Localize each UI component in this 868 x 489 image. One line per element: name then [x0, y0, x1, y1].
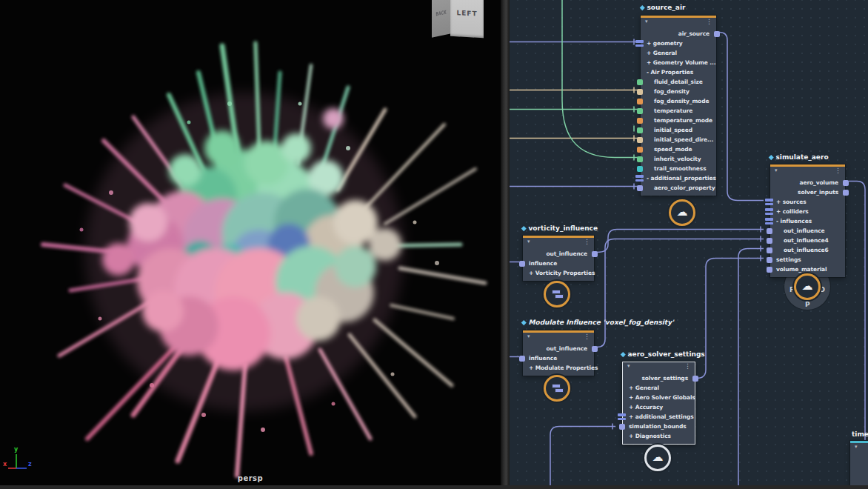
node-row-temperature-mode[interactable]: temperature_mode [641, 116, 716, 125]
node-row-geometry-volume[interactable]: + Geometry Volume ... [641, 58, 716, 67]
port-icon[interactable] [592, 251, 598, 257]
node-row-diagnostics[interactable]: + Diagnostics [623, 431, 695, 441]
port-icon[interactable] [714, 31, 720, 37]
modulate-influence-badge[interactable] [544, 375, 570, 402]
node-row-fog-density[interactable]: fog_density [641, 87, 716, 96]
port-icon[interactable] [519, 261, 525, 267]
node-row-speed-mode[interactable]: speed_mode [641, 144, 716, 154]
port-icon[interactable] [637, 127, 643, 133]
kebab-menu-icon[interactable]: ⋮ [684, 363, 691, 370]
node-row-out-influence4[interactable]: out_influence4 [770, 236, 845, 245]
node-row-out-influence[interactable]: out_influence [523, 344, 594, 353]
collapse-chevron-icon[interactable]: ▾ [627, 364, 630, 369]
port-icon[interactable] [843, 190, 849, 196]
node-row-colliders[interactable]: + colliders [770, 207, 845, 216]
node-vorticity-influence[interactable]: ▾ ⋮ out_influenceinfluence+ Vorticity Pr… [523, 236, 594, 281]
port-icon[interactable] [637, 185, 643, 191]
node-row-out-influence[interactable]: out_influence [523, 249, 594, 259]
node-modulate-influence[interactable]: ▾ ⋮ out_influenceinfluence+ Modulate Pro… [523, 330, 594, 376]
node-header[interactable]: ▾ ⋮ [770, 167, 845, 178]
collapse-chevron-icon[interactable]: ▾ [645, 19, 648, 24]
port-icon[interactable] [519, 356, 525, 362]
node-row-solver-inputs[interactable]: solver_inputs [770, 187, 845, 197]
panel-splitter[interactable] [501, 0, 510, 489]
port-icon[interactable] [592, 346, 598, 352]
port-icon[interactable] [767, 228, 772, 234]
node-row-general[interactable]: + General [623, 383, 695, 393]
node-row-settings[interactable]: settings [770, 255, 845, 265]
port-icon[interactable] [637, 147, 643, 153]
multiport-icon[interactable] [635, 40, 644, 47]
port-icon[interactable] [637, 166, 643, 172]
port-icon[interactable] [637, 99, 643, 104]
node-row-aero-solver-globals[interactable]: + Aero Solver Globals [623, 393, 695, 402]
simulate-aero-badge[interactable]: ☁ [794, 273, 821, 300]
perspective-viewport[interactable]: BACK LEFT y x z persp [0, 0, 501, 489]
node-header[interactable]: ▾ ⋮ [523, 333, 594, 344]
node-row-air-source[interactable]: air_source [641, 29, 716, 39]
node-row-accuracy[interactable]: + Accuracy [623, 402, 695, 412]
node-header[interactable]: ▾ ⋮ [623, 362, 695, 373]
node-row-additional-settings[interactable]: + additional_settings [623, 412, 695, 422]
node-row-sources[interactable]: + sources [770, 197, 845, 207]
port-icon[interactable] [767, 267, 772, 273]
kebab-menu-icon[interactable]: ⋮ [584, 239, 590, 245]
port-icon[interactable] [843, 180, 849, 186]
node-row-simulation-bounds[interactable]: simulation_bounds [623, 422, 695, 431]
node-row-fog-density-mode[interactable]: fog_density_mode [641, 96, 716, 106]
node-title-aero-solver-settings[interactable]: aero_solver_settings [621, 350, 705, 358]
port-icon[interactable] [619, 424, 625, 430]
port-icon[interactable] [767, 247, 772, 253]
vorticity-influence-badge[interactable] [544, 281, 570, 307]
node-row-vorticity-properties[interactable]: + Vorticity Properties [523, 268, 594, 278]
node-row-out-influence6[interactable]: out_influence6 [770, 245, 845, 255]
node-header[interactable]: ▾ ⋮ [523, 238, 594, 249]
view-cube-left-face[interactable]: LEFT [450, 0, 484, 38]
kebab-menu-icon[interactable]: ⋮ [584, 333, 590, 340]
node-title-simulate-aero[interactable]: simulate_aero [769, 153, 829, 161]
radial-p-label[interactable]: P [805, 301, 810, 308]
node-row-inherit-velocity[interactable]: inherit_velocity [641, 154, 716, 164]
port-icon[interactable] [637, 118, 643, 124]
node-row-influences[interactable]: - influences [770, 216, 845, 226]
node-title-modulate-influence[interactable]: Modulate Influence 'voxel_fog_density' [522, 319, 674, 326]
port-icon[interactable] [692, 376, 698, 382]
node-simulate-aero[interactable]: ▾ ⋮ aero_volumesolver_inputs+ sources+ c… [770, 164, 845, 277]
node-row-general[interactable]: + General [641, 48, 716, 58]
node-title-vorticity-influence[interactable]: vorticity_influence [522, 224, 598, 232]
node-row-air-properties[interactable]: - Air Properties [641, 67, 716, 77]
node-row-aero-color-property[interactable]: aero_color_property [641, 183, 716, 193]
view-cube-back-face[interactable]: BACK [432, 0, 451, 38]
multiport-icon[interactable] [765, 208, 773, 215]
node-row-temperature[interactable]: temperature [641, 106, 716, 116]
aero-solver-settings-badge[interactable]: ☁ [644, 445, 671, 471]
kebab-menu-icon[interactable]: ⋮ [835, 167, 841, 174]
node-row-influence[interactable]: influence [523, 259, 594, 268]
collapse-chevron-icon[interactable]: ▾ [527, 239, 530, 245]
source-air-badge[interactable]: ☁ [669, 199, 695, 226]
collapse-chevron-icon[interactable]: ▾ [855, 445, 858, 450]
node-row-trail-smoothness[interactable]: trail_smoothness [641, 164, 716, 173]
port-icon[interactable] [767, 238, 772, 244]
multiport-icon[interactable] [765, 199, 773, 205]
node-row-influence[interactable]: influence [523, 353, 594, 363]
node-row-solver-settings[interactable]: solver_settings [623, 373, 695, 383]
port-icon[interactable] [637, 89, 643, 95]
kebab-menu-icon[interactable]: ⋮ [706, 19, 712, 25]
port-icon[interactable] [637, 108, 643, 114]
node-row-additional-properties[interactable]: - additional_properties [641, 173, 716, 183]
node-row-fluid-detail-size[interactable]: fluid_detail_size [641, 77, 716, 87]
node-row-out-influence[interactable]: out_influence [770, 226, 845, 236]
port-icon[interactable] [637, 137, 643, 143]
node-row-aero-volume[interactable]: aero_volume [770, 178, 845, 187]
node-row-geometry[interactable]: + geometry [641, 39, 716, 48]
node-header[interactable]: ▾ ⋮ [641, 18, 716, 29]
node-row-modulate-properties[interactable]: + Modulate Properties [523, 363, 594, 373]
multiport-icon[interactable] [635, 175, 644, 182]
view-cube[interactable]: BACK LEFT [432, 0, 487, 41]
node-source-air[interactable]: ▾ ⋮ air_source+ geometry+ General+ Geome… [641, 16, 716, 196]
node-title-source-air[interactable]: source_air [641, 4, 685, 11]
collapse-chevron-icon[interactable]: ▾ [527, 334, 530, 339]
node-time[interactable]: ▾ [850, 441, 868, 489]
node-aero-solver-settings[interactable]: ▾ ⋮ solver_settings+ General+ Aero Solve… [622, 362, 695, 445]
